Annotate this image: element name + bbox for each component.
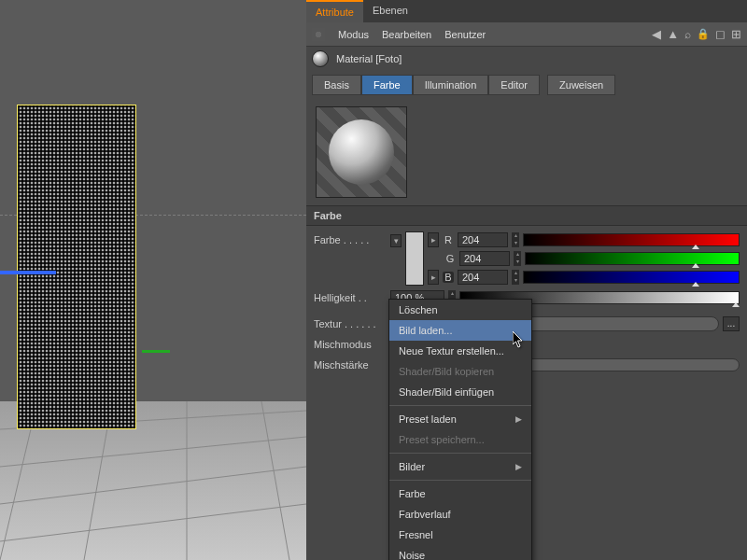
svg-line-2 — [0, 467, 306, 504]
tab-ebenen[interactable]: Ebenen — [363, 0, 417, 22]
chevron-right-icon: ▶ — [515, 414, 522, 424]
cm-shader-einfuegen[interactable]: Shader/Bild einfügen — [389, 382, 531, 402]
viewport-3d[interactable] — [0, 0, 306, 560]
cm-preset-laden[interactable]: Preset laden▶ — [389, 409, 531, 429]
label-farbe: Farbe . . . . . — [314, 231, 387, 245]
tab-illumination[interactable]: Illumination — [413, 75, 489, 95]
menu-bearbeiten[interactable]: Bearbeiten — [382, 29, 431, 40]
label-r: R — [443, 234, 454, 245]
add-icon[interactable]: ⊞ — [731, 27, 741, 41]
material-sphere-icon — [312, 50, 329, 67]
cm-bild-laden[interactable]: Bild laden... — [389, 320, 531, 341]
svg-line-3 — [0, 504, 306, 541]
axis-x[interactable] — [142, 350, 170, 353]
cm-fresnel[interactable]: Fresnel — [389, 525, 531, 545]
spin-r[interactable]: ▴▾ — [512, 232, 519, 247]
spin-b[interactable]: ▴▾ — [512, 270, 519, 285]
texture-context-menu: Löschen Bild laden... Neue Textur erstel… — [388, 299, 532, 560]
rgb-expand-arrow[interactable]: ▸ — [428, 270, 439, 285]
cm-noise[interactable]: Noise — [389, 545, 531, 560]
label-mischstaerke: Mischstärke — [314, 359, 387, 371]
attribute-menu-bar: Modus Bearbeiten Benutzer ◀ ▲ ⌕ 🔒 ◻ ⊞ — [306, 22, 747, 47]
cm-separator-3 — [389, 480, 531, 481]
svg-line-7 — [261, 401, 289, 560]
label-helligkeit: Helligkeit . . — [314, 292, 387, 303]
material-title-bar: Material [Foto] — [306, 47, 747, 71]
up-icon[interactable]: ▲ — [667, 27, 679, 41]
section-farbe-header: Farbe — [306, 205, 747, 226]
chevron-right-icon: ▶ — [515, 462, 522, 471]
cm-neue-textur[interactable]: Neue Textur erstellen... — [389, 341, 531, 361]
textur-browse-button[interactable]: ... — [723, 316, 740, 331]
cm-farbverlauf[interactable]: Farbverlauf — [389, 504, 531, 525]
new-icon[interactable]: ◻ — [715, 27, 726, 41]
menu-modus[interactable]: Modus — [338, 29, 369, 40]
axis-z[interactable] — [0, 271, 56, 274]
tab-basis[interactable]: Basis — [312, 75, 361, 95]
label-b: B — [443, 272, 454, 283]
material-title: Material [Foto] — [336, 53, 402, 64]
cm-preset-speichern[interactable]: Preset speichern... — [389, 429, 531, 450]
menu-benutzer[interactable]: Benutzer — [444, 29, 486, 40]
tab-zuweisen[interactable]: Zuweisen — [547, 75, 615, 95]
lock-icon[interactable]: 🔒 — [697, 28, 710, 40]
preview-sphere — [329, 119, 394, 185]
label-textur: Textur . . . . . . — [314, 318, 387, 329]
slider-r[interactable] — [523, 233, 740, 246]
cm-farbe[interactable]: Farbe — [389, 483, 531, 504]
back-icon[interactable]: ◀ — [652, 27, 661, 41]
color-swatch[interactable] — [405, 231, 424, 286]
search-icon[interactable]: ⌕ — [684, 28, 691, 41]
channel-tabs: Basis Farbe Illumination Editor Zuweisen — [306, 71, 747, 99]
cm-separator-1 — [389, 405, 531, 406]
field-r[interactable]: 204 — [458, 232, 508, 247]
tab-farbe[interactable]: Farbe — [361, 75, 413, 95]
cm-shader-kopieren[interactable]: Shader/Bild kopieren — [389, 361, 531, 382]
panel-tabs: Attribute Ebenen — [306, 0, 747, 22]
field-g[interactable]: 204 — [459, 251, 510, 266]
polygon-plane[interactable] — [17, 105, 136, 429]
tab-editor[interactable]: Editor — [488, 75, 540, 95]
farbe-options-arrow[interactable]: ▾ — [390, 234, 402, 247]
slider-g[interactable] — [525, 252, 740, 265]
rgb-mode-arrow[interactable]: ▸ — [428, 232, 439, 247]
material-preview[interactable] — [316, 106, 407, 198]
slider-b[interactable] — [523, 271, 740, 284]
label-mischmodus: Mischmodus — [314, 339, 387, 350]
spin-g[interactable]: ▴▾ — [514, 251, 521, 266]
label-g: G — [444, 253, 456, 264]
cm-bilder[interactable]: Bilder▶ — [389, 456, 531, 477]
cm-loeschen[interactable]: Löschen — [389, 300, 531, 320]
preview-area — [306, 99, 747, 205]
field-b[interactable]: 204 — [458, 270, 508, 285]
cm-separator-2 — [389, 453, 531, 454]
svg-line-1 — [0, 437, 306, 467]
grip-icon[interactable] — [312, 28, 325, 41]
tab-attribute[interactable]: Attribute — [306, 0, 363, 22]
